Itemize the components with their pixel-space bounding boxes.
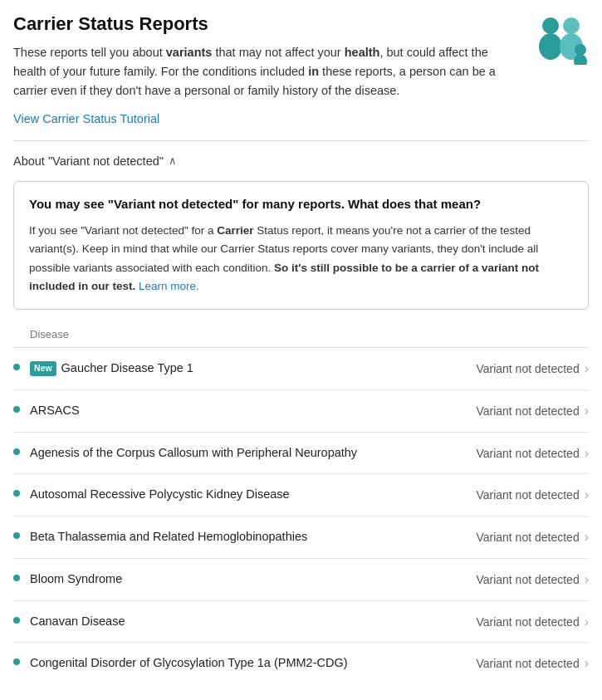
disease-left: Congenital Disorder of Glycosylation Typ… <box>13 654 466 673</box>
intro-text: These reports tell you about variants th… <box>13 43 519 101</box>
info-box-title: You may see "Variant not detected" for m… <box>29 195 573 214</box>
svg-point-1 <box>539 33 562 60</box>
disease-name: Bloom Syndrome <box>30 570 466 589</box>
col-header-disease: Disease <box>30 328 69 340</box>
disease-right: Variant not detected › <box>476 572 589 587</box>
disease-item[interactable]: Autosomal Recessive Polycystic Kidney Di… <box>13 474 589 516</box>
family-icon <box>532 17 589 65</box>
disease-dot <box>13 364 20 370</box>
disease-item[interactable]: Agenesis of the Corpus Callosum with Per… <box>13 433 589 475</box>
svg-point-4 <box>575 44 586 56</box>
disease-dot <box>13 617 20 624</box>
status-text: Variant not detected <box>476 615 579 629</box>
learn-more-link[interactable]: Learn more. <box>139 280 199 292</box>
disease-dot <box>13 448 20 455</box>
info-box: You may see "Variant not detected" for m… <box>13 181 589 311</box>
chevron-right-icon: › <box>585 487 589 502</box>
svg-point-0 <box>542 17 559 34</box>
disease-dot <box>13 406 20 413</box>
chevron-right-icon: › <box>585 614 589 629</box>
column-headers: Disease <box>13 325 589 348</box>
disease-dot <box>13 658 20 665</box>
svg-point-2 <box>563 17 580 34</box>
accordion-chevron: ∧ <box>169 154 177 167</box>
disease-dot <box>13 575 20 581</box>
disease-right: Variant not detected › <box>476 487 589 502</box>
disease-left: Bloom Syndrome <box>13 570 466 589</box>
disease-left: NewGaucher Disease Type 1 <box>13 360 466 378</box>
tutorial-link[interactable]: View Carrier Status Tutorial <box>13 112 159 125</box>
disease-name: Beta Thalassemia and Related Hemoglobino… <box>30 528 466 546</box>
accordion-label: About "Variant not detected" <box>13 154 164 168</box>
section-divider <box>13 140 589 141</box>
page-title: Carrier Status Reports <box>13 13 519 35</box>
disease-left: Beta Thalassemia and Related Hemoglobino… <box>13 528 466 546</box>
disease-left: Agenesis of the Corpus Callosum with Per… <box>13 444 466 463</box>
disease-name: ARSACS <box>30 402 466 420</box>
chevron-right-icon: › <box>585 404 589 419</box>
status-text: Variant not detected <box>476 531 579 544</box>
accordion-header[interactable]: About "Variant not detected" ∧ <box>13 149 589 173</box>
disease-dot <box>13 490 20 497</box>
disease-item[interactable]: Beta Thalassemia and Related Hemoglobino… <box>13 516 589 559</box>
chevron-right-icon: › <box>585 361 589 376</box>
disease-right: Variant not detected › <box>476 446 589 461</box>
disease-left: ARSACS <box>13 402 466 420</box>
chevron-right-icon: › <box>585 572 589 587</box>
info-box-body: If you see "Variant not detected" for a … <box>29 222 573 296</box>
disease-item[interactable]: Congenital Disorder of Glycosylation Typ… <box>13 643 589 684</box>
disease-name: Canavan Disease <box>30 613 466 631</box>
status-text: Variant not detected <box>476 362 579 375</box>
disease-item[interactable]: ARSACS Variant not detected › <box>13 390 589 433</box>
status-text: Variant not detected <box>476 657 579 670</box>
disease-dot <box>13 532 20 539</box>
status-text: Variant not detected <box>476 573 579 586</box>
disease-name: Congenital Disorder of Glycosylation Typ… <box>30 654 466 673</box>
disease-right: Variant not detected › <box>476 614 589 629</box>
disease-left: Autosomal Recessive Polycystic Kidney Di… <box>13 486 466 504</box>
disease-right: Variant not detected › <box>476 361 589 376</box>
disease-name: Agenesis of the Corpus Callosum with Per… <box>30 444 466 463</box>
disease-item[interactable]: Canavan Disease Variant not detected › <box>13 601 589 644</box>
status-text: Variant not detected <box>476 488 579 502</box>
disease-name: Autosomal Recessive Polycystic Kidney Di… <box>30 486 466 504</box>
chevron-right-icon: › <box>585 530 589 545</box>
disease-right: Variant not detected › <box>476 656 589 671</box>
disease-list: NewGaucher Disease Type 1 Variant not de… <box>13 348 589 684</box>
disease-right: Variant not detected › <box>476 530 589 545</box>
chevron-right-icon: › <box>585 656 589 671</box>
disease-item[interactable]: NewGaucher Disease Type 1 Variant not de… <box>13 348 589 390</box>
disease-name: NewGaucher Disease Type 1 <box>30 360 466 378</box>
status-text: Variant not detected <box>476 447 579 460</box>
disease-left: Canavan Disease <box>13 613 466 631</box>
disease-item[interactable]: Bloom Syndrome Variant not detected › <box>13 559 589 601</box>
chevron-right-icon: › <box>585 446 589 461</box>
new-badge: New <box>30 361 56 376</box>
status-text: Variant not detected <box>476 404 579 418</box>
disease-right: Variant not detected › <box>476 404 589 419</box>
